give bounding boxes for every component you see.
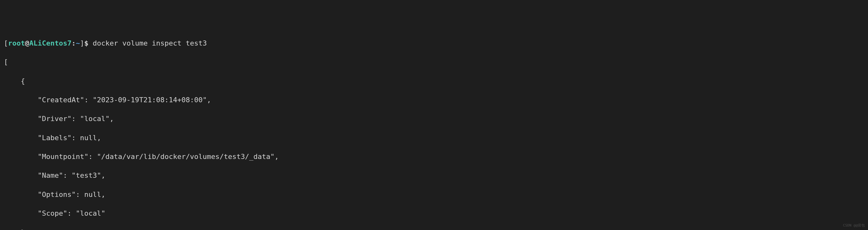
json-driver: "Driver": "local", (0, 114, 868, 124)
terminal-line-prompt-1: [root@ALiCentos7:~]$ docker volume inspe… (0, 39, 868, 48)
json-open-bracket: [ (0, 58, 868, 67)
prompt-colon: : (71, 39, 76, 47)
prompt-bracket-open: [ (4, 39, 8, 47)
json-labels: "Labels": null, (0, 133, 868, 143)
prompt-symbol: $ (84, 39, 89, 47)
json-name: "Name": "test3", (0, 171, 868, 180)
json-options: "Options": null, (0, 190, 868, 199)
json-mountpoint: "Mountpoint": "/data/var/lib/docker/volu… (0, 152, 868, 161)
prompt-path: ~ (76, 39, 80, 47)
json-scope: "Scope": "local" (0, 209, 868, 218)
prompt-bracket-close: ] (80, 39, 84, 47)
json-close-brace: } (0, 228, 868, 230)
prompt-user: root (8, 39, 25, 47)
watermark: CSDN @@背包 (843, 223, 865, 228)
json-open-brace: { (0, 76, 868, 86)
command-1: docker volume inspect test3 (93, 39, 207, 47)
json-created-at: "CreatedAt": "2023-09-19T21:08:14+08:00"… (0, 95, 868, 105)
prompt-host: ALiCentos7 (29, 39, 71, 47)
prompt-at: @ (25, 39, 29, 47)
